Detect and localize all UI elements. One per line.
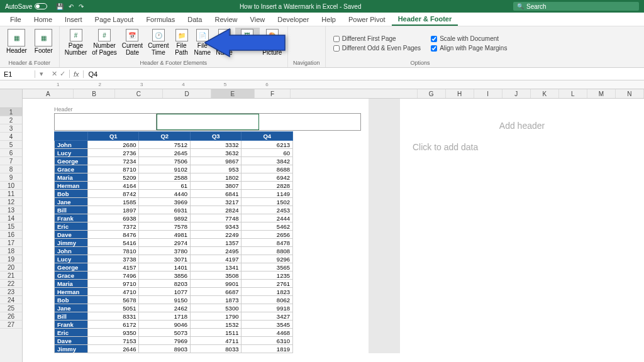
- cell-value[interactable]: 2656: [242, 231, 293, 239]
- dropdown-icon[interactable]: ▾: [35, 70, 48, 78]
- table-row[interactable]: Frank6938989277482444: [55, 214, 293, 222]
- cell-value[interactable]: 953: [190, 165, 242, 173]
- cell-value[interactable]: 8033: [190, 345, 242, 353]
- table-row[interactable]: Maria9710820399012761: [55, 280, 293, 288]
- row-19[interactable]: 19: [0, 255, 22, 263]
- cell-value[interactable]: 1357: [190, 239, 242, 247]
- cell-name[interactable]: Frank: [55, 214, 88, 222]
- row-10[interactable]: 10: [0, 182, 22, 190]
- cell-name[interactable]: Grace: [55, 272, 88, 280]
- cell-value[interactable]: 9901: [190, 280, 242, 288]
- header-left[interactable]: [55, 114, 157, 130]
- row-2[interactable]: 2: [0, 116, 22, 124]
- cell-value[interactable]: 1823: [242, 288, 293, 296]
- cell-name[interactable]: Herman: [55, 182, 88, 190]
- enter-icon[interactable]: ✓: [60, 70, 65, 78]
- cell-value[interactable]: 6942: [242, 173, 293, 182]
- cell-value[interactable]: 9892: [139, 214, 191, 222]
- cell-name[interactable]: Herman: [55, 288, 88, 296]
- name-box[interactable]: E1: [0, 70, 35, 78]
- cell-value[interactable]: 4981: [139, 231, 191, 239]
- cell-value[interactable]: 7234: [87, 157, 139, 165]
- cell-value[interactable]: 3217: [190, 198, 242, 206]
- table-row[interactable]: John2680751233326213: [55, 141, 293, 149]
- cell-value[interactable]: 3780: [139, 247, 191, 255]
- cell-value[interactable]: 5300: [190, 304, 242, 312]
- cell-value[interactable]: 60: [242, 149, 293, 157]
- row-27[interactable]: 27: [0, 321, 22, 329]
- cell-value[interactable]: 2645: [139, 149, 191, 157]
- row-9[interactable]: 9: [0, 173, 22, 182]
- cell-value[interactable]: 7153: [87, 337, 139, 345]
- check-align[interactable]: Align with Page Margins: [431, 45, 507, 52]
- cancel-icon[interactable]: ✕: [52, 70, 57, 78]
- cell-value[interactable]: 1401: [139, 263, 191, 272]
- cell-value[interactable]: 8062: [242, 296, 293, 304]
- cell-value[interactable]: 5678: [87, 296, 139, 304]
- row-22[interactable]: 22: [0, 280, 22, 288]
- cell-name[interactable]: Eric: [55, 329, 88, 337]
- cell-value[interactable]: 3565: [242, 263, 293, 272]
- col-H[interactable]: H: [446, 89, 474, 98]
- th-Q3[interactable]: Q3: [190, 132, 242, 141]
- cell-value[interactable]: 7496: [87, 272, 139, 280]
- table-row[interactable]: George4157140113413565: [55, 263, 293, 272]
- cell-value[interactable]: 3071: [139, 255, 191, 263]
- cell-value[interactable]: 8478: [242, 239, 293, 247]
- row-24[interactable]: 24: [0, 296, 22, 304]
- col-A[interactable]: A: [23, 89, 74, 98]
- cell-name[interactable]: John: [55, 141, 88, 149]
- cell-value[interactable]: 2588: [139, 173, 191, 182]
- cell-value[interactable]: 7512: [139, 141, 191, 149]
- cell-value[interactable]: 1790: [190, 312, 242, 321]
- cell-value[interactable]: 2974: [139, 239, 191, 247]
- tab-header-footer[interactable]: Header & Footer: [392, 13, 458, 26]
- row-12[interactable]: 12: [0, 198, 22, 206]
- cell-value[interactable]: 3508: [190, 272, 242, 280]
- col-G[interactable]: G: [418, 89, 446, 98]
- cell-value[interactable]: 8903: [139, 345, 191, 353]
- cell-name[interactable]: Bob: [55, 190, 88, 198]
- row-20[interactable]: 20: [0, 263, 22, 272]
- row-4[interactable]: 4: [0, 133, 22, 141]
- cell-value[interactable]: 3427: [242, 312, 293, 321]
- cell-value[interactable]: 8742: [87, 190, 139, 198]
- row-7[interactable]: 7: [0, 157, 22, 165]
- table-row[interactable]: Bill8331171817903427: [55, 312, 293, 321]
- col-L[interactable]: L: [559, 89, 587, 98]
- data-table[interactable]: Q1Q2Q3Q4 John2680751233326213Lucy2736264…: [54, 131, 293, 353]
- cell-value[interactable]: 2462: [139, 304, 191, 312]
- tab-power-pivot[interactable]: Power Pivot: [342, 13, 392, 26]
- row-5[interactable]: 5: [0, 141, 22, 149]
- cell-value[interactable]: 1532: [190, 321, 242, 329]
- cell-value[interactable]: 8203: [139, 280, 191, 288]
- cell-name[interactable]: Frank: [55, 321, 88, 329]
- tab-data[interactable]: Data: [181, 13, 208, 26]
- table-row[interactable]: Grace871091029538688: [55, 165, 293, 173]
- number-of-pages-button[interactable]: #Numberof Pages: [89, 28, 119, 57]
- table-row[interactable]: Jane1585396932171502: [55, 198, 293, 206]
- cell-value[interactable]: 2646: [87, 345, 139, 353]
- cell-value[interactable]: 8331: [87, 312, 139, 321]
- cell-value[interactable]: 6931: [139, 206, 191, 214]
- tab-page-layout[interactable]: Page Layout: [89, 13, 140, 26]
- cell-name[interactable]: Jane: [55, 304, 88, 312]
- cell-value[interactable]: 6938: [87, 214, 139, 222]
- cell-name[interactable]: Dave: [55, 231, 88, 239]
- cell-value[interactable]: 2828: [242, 182, 293, 190]
- table-row[interactable]: Grace7496385635081235: [55, 272, 293, 280]
- cell-value[interactable]: 6172: [87, 321, 139, 329]
- cell-name[interactable]: John: [55, 247, 88, 255]
- cell-value[interactable]: 1819: [242, 345, 293, 353]
- cell-value[interactable]: 2444: [242, 214, 293, 222]
- cell-value[interactable]: 6841: [190, 190, 242, 198]
- cell-value[interactable]: 8808: [242, 247, 293, 255]
- cell-value[interactable]: 3545: [242, 321, 293, 329]
- cell-value[interactable]: 1802: [190, 173, 242, 182]
- cell-value[interactable]: 9296: [242, 255, 293, 263]
- redo-icon[interactable]: ↷: [79, 3, 84, 10]
- table-row[interactable]: Herman41646138072828: [55, 182, 293, 190]
- header-center[interactable]: [157, 114, 259, 130]
- cell-name[interactable]: George: [55, 263, 88, 272]
- cell-value[interactable]: 7748: [190, 214, 242, 222]
